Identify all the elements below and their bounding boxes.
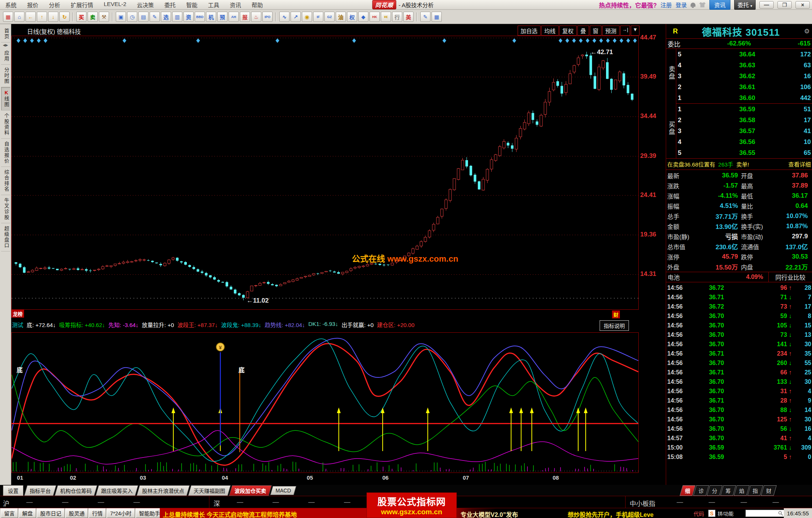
status-button-智能助手[interactable]: 智能助手: [136, 508, 164, 518]
toolbar-favorites-folder-icon[interactable]: ▣: [116, 12, 126, 22]
quote-tab-细[interactable]: 细: [680, 485, 695, 496]
menu-item-系统[interactable]: 系统: [0, 1, 22, 9]
toolbar-hot-icon[interactable]: ♨: [251, 12, 261, 22]
quote-tab-分[interactable]: 分: [707, 485, 723, 496]
toolbar-bank-icon[interactable]: 行: [392, 12, 402, 22]
toolbar-rights-icon[interactable]: 权: [347, 12, 357, 22]
ticker-text-3[interactable]: 想炒股抢先开户，手机超级Leve: [568, 510, 653, 518]
ticker-text-1[interactable]: 上总量持续增长 今天正式启动物流工程师培养基地: [163, 510, 297, 518]
toolbar-trend-icon[interactable]: ↗: [291, 12, 301, 22]
sidebar-item-分时图[interactable]: 分时图: [1, 65, 10, 87]
status-button-股市日记[interactable]: 股市日记: [37, 508, 65, 518]
register-link[interactable]: 注册: [661, 1, 672, 9]
toolbar-news-icon[interactable]: 报: [240, 12, 250, 22]
quote-tab-焰[interactable]: 焰: [734, 485, 750, 496]
alert-detail-link[interactable]: 查看详细: [788, 160, 811, 168]
quote-tab-指[interactable]: 指: [747, 485, 763, 496]
menu-item-云决策[interactable]: 云决策: [132, 1, 159, 9]
ticker-text-2[interactable]: 专业大模型V2.0”发布: [461, 510, 518, 518]
toolbar-diamond-icon[interactable]: ◆: [358, 12, 368, 22]
menu-item-帮助[interactable]: 帮助: [246, 1, 268, 9]
toolbar-machine-icon[interactable]: 机: [206, 12, 216, 22]
restore-button[interactable]: ❐: [777, 1, 792, 9]
sidebar-item-首页[interactable]: 首页: [1, 26, 10, 42]
indicator-help-button[interactable]: 指标说明: [600, 320, 629, 331]
toolbar-ipo-icon[interactable]: IPO: [262, 12, 273, 22]
toolbar-edit-icon[interactable]: ✎: [150, 12, 160, 22]
quote-tab-诊[interactable]: 诊: [693, 485, 709, 496]
toolbar-back-icon[interactable]: ←: [26, 12, 36, 22]
ime-mode-label[interactable]: 拼/功能: [718, 510, 734, 517]
toolbar-gz-icon[interactable]: GZ: [324, 12, 335, 22]
menu-item-智能[interactable]: 智能: [181, 1, 203, 9]
indicator-tab-指标平台[interactable]: 指标平台: [24, 485, 56, 496]
sidebar-item-应用[interactable]: 应用: [1, 48, 10, 65]
toolbar-oil-icon[interactable]: 油: [336, 12, 346, 22]
toolbar-window-grid-icon[interactable]: ▦: [3, 12, 13, 22]
indicator-tab-MACD[interactable]: MACD: [270, 486, 297, 495]
menu-item-报价[interactable]: 报价: [22, 1, 44, 9]
ask-row[interactable]: 436.6363: [676, 60, 812, 71]
indicator-tab-跟庄吸筹买入[interactable]: 跟庄吸筹买入: [95, 485, 138, 496]
toolbar-auction-icon[interactable]: ⚒: [99, 12, 109, 22]
quote-tab-筹[interactable]: 筹: [720, 485, 736, 496]
ask-row[interactable]: 236.61106: [676, 82, 812, 92]
indicator-tab-股林主升浪潜伏点[interactable]: 股林主升浪潜伏点: [136, 485, 190, 496]
status-button-行情[interactable]: 行情: [89, 508, 106, 518]
sidebar-collapse-icon[interactable]: ◀▶: [3, 42, 8, 48]
toolbar-calc-icon[interactable]: ▦: [432, 12, 442, 22]
industry-compare-link[interactable]: 同行业比较: [768, 272, 812, 282]
trade-button[interactable]: 委托▾: [734, 0, 756, 10]
toolbar-home-icon[interactable]: ⌂: [14, 12, 24, 22]
chart-button-叠[interactable]: 叠: [577, 26, 589, 36]
keyboard-wizard-input[interactable]: [745, 510, 785, 517]
login-link[interactable]: 登录: [676, 1, 687, 9]
promo-link[interactable]: 热点持续性，它最强?: [599, 0, 657, 9]
index-label-深[interactable]: 深: [214, 498, 220, 508]
news-button[interactable]: 资讯: [709, 0, 730, 10]
bid-row[interactable]: 136.5951: [676, 104, 812, 115]
chart-button-均线[interactable]: 均线: [541, 26, 559, 36]
toolbar-us-market-icon[interactable]: 美: [403, 12, 414, 22]
status-button-股灵通[interactable]: 股灵通: [65, 508, 88, 518]
toolbar-wave-icon[interactable]: ∿: [279, 12, 289, 22]
menu-item-工具[interactable]: 工具: [203, 1, 224, 9]
status-button-7*24小时[interactable]: 7*24小时: [107, 508, 135, 518]
toolbar-doc-icon[interactable]: ▥: [172, 12, 182, 22]
menu-item-扩展行情[interactable]: 扩展行情: [65, 1, 98, 9]
indicator-tab-波段加仓买卖[interactable]: 波段加仓买卖: [229, 485, 272, 496]
chart-dropdown-icon[interactable]: ▼: [631, 26, 639, 36]
toolbar-forecast-icon[interactable]: 预: [217, 12, 227, 22]
settings-button[interactable]: 设置: [3, 485, 23, 496]
ask-row[interactable]: 536.64172: [676, 49, 812, 60]
indicator-tab-天天赚福副图[interactable]: 天天赚福副图: [188, 485, 231, 496]
sidebar-item-个股资料[interactable]: 个股资料: [1, 111, 10, 139]
dragon-board-tag[interactable]: 龙榜: [11, 310, 24, 318]
toolbar-forex-icon[interactable]: ¥€: [381, 12, 391, 22]
index-label-中小板指[interactable]: 中小板指: [630, 498, 655, 508]
toolbar-select-icon[interactable]: 选: [161, 12, 171, 22]
menu-item-资讯[interactable]: 资讯: [224, 1, 246, 9]
chart-button-预测[interactable]: 预测: [602, 26, 620, 36]
toolbar-sell-icon[interactable]: 卖: [88, 12, 98, 22]
tick-list[interactable]: 14:5636.7296 ↑2814:5636.7171 ↓714:5636.7…: [666, 282, 812, 462]
bid-row[interactable]: 336.5741: [676, 126, 812, 136]
notification-bell-icon[interactable]: [691, 3, 695, 7]
toolbar-info-icon[interactable]: 资: [183, 12, 194, 22]
industry-name[interactable]: 电池: [668, 273, 680, 282]
toolbar-refresh-icon[interactable]: ↻: [59, 12, 70, 22]
toolbar-draw-icon[interactable]: ✎: [420, 12, 430, 22]
quote-tab-财[interactable]: 财: [761, 485, 777, 496]
minimize-button[interactable]: —: [759, 1, 774, 9]
sidebar-item-超级盘口[interactable]: 超级盘口: [1, 223, 10, 251]
index-label-沪[interactable]: 沪: [3, 498, 9, 508]
menu-item-委托[interactable]: 委托: [159, 1, 181, 9]
close-button[interactable]: ×: [795, 1, 810, 9]
toolbar-buy-icon[interactable]: 买: [76, 12, 86, 22]
ime-icon[interactable]: S: [708, 510, 715, 517]
toolbar-hk-icon[interactable]: HK: [370, 12, 380, 22]
bid-row[interactable]: 536.5565: [676, 147, 812, 158]
sidebar-item-综合排名[interactable]: 综合排名: [1, 167, 10, 195]
gear-icon[interactable]: ⚙: [804, 27, 810, 35]
chart-button-复权[interactable]: 复权: [559, 26, 577, 36]
